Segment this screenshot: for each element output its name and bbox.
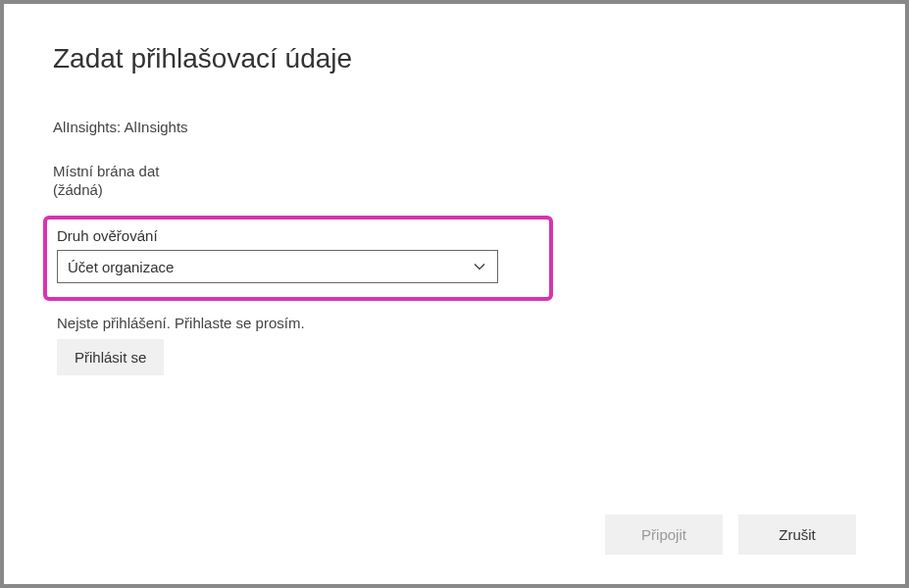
chevron-down-icon [472, 259, 487, 274]
signin-status: Nejste přihlášení. Přihlaste se prosím. [57, 315, 856, 331]
auth-type-selected: Účet organizace [68, 259, 174, 275]
auth-highlight-box: Druh ověřování Účet organizace [43, 216, 553, 301]
dialog-footer: Připojit Zrušit [605, 514, 856, 555]
cancel-button[interactable]: Zrušit [738, 514, 856, 555]
auth-type-label: Druh ověřování [57, 227, 539, 244]
credentials-dialog: Zadat přihlašovací údaje AlInsights: AlI… [4, 4, 905, 584]
dialog-title: Zadat přihlašovací údaje [53, 43, 856, 74]
source-info: AlInsights: AlInsights [53, 119, 856, 135]
connect-button[interactable]: Připojit [605, 514, 723, 555]
signin-button[interactable]: Přihlásit se [57, 339, 164, 375]
auth-type-dropdown[interactable]: Účet organizace [57, 250, 498, 283]
gateway-value: (žádná) [53, 181, 856, 198]
gateway-label: Místní brána dat [53, 163, 856, 179]
